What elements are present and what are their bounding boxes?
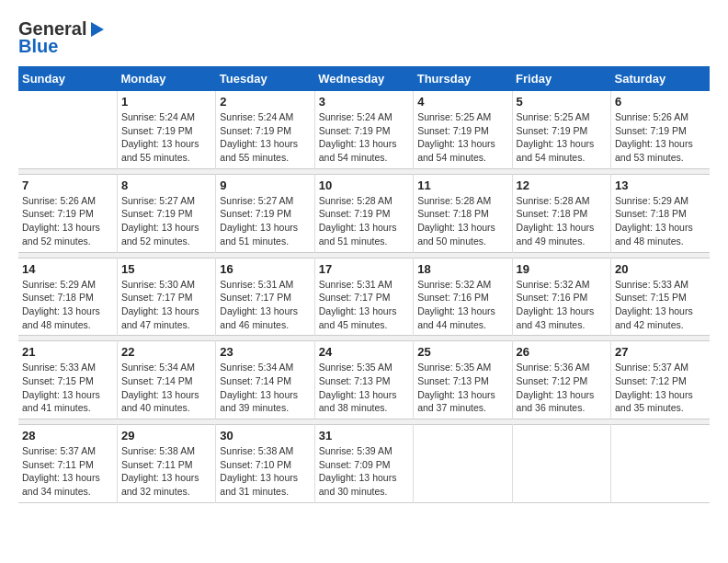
calendar-cell: 10Sunrise: 5:28 AMSunset: 7:19 PMDayligh… xyxy=(314,174,413,252)
calendar-cell: 1Sunrise: 5:24 AMSunset: 7:19 PMDaylight… xyxy=(117,91,215,168)
day-info: Sunrise: 5:33 AMSunset: 7:15 PMDaylight:… xyxy=(615,278,706,332)
calendar-cell: 21Sunrise: 5:33 AMSunset: 7:15 PMDayligh… xyxy=(18,341,117,419)
day-info: Sunrise: 5:34 AMSunset: 7:14 PMDaylight:… xyxy=(121,361,211,415)
calendar-cell: 4Sunrise: 5:25 AMSunset: 7:19 PMDaylight… xyxy=(414,91,512,168)
weekday-header-friday: Friday xyxy=(512,66,610,91)
calendar-cell: 8Sunrise: 5:27 AMSunset: 7:19 PMDaylight… xyxy=(117,174,215,252)
weekday-header-sunday: Sunday xyxy=(18,66,117,91)
day-info: Sunrise: 5:38 AMSunset: 7:11 PMDaylight:… xyxy=(121,444,211,499)
calendar-cell: 17Sunrise: 5:31 AMSunset: 7:17 PMDayligh… xyxy=(314,258,413,336)
calendar-cell xyxy=(512,425,610,503)
calendar-cell: 13Sunrise: 5:29 AMSunset: 7:18 PMDayligh… xyxy=(611,174,710,252)
calendar-week-row: 14Sunrise: 5:29 AMSunset: 7:18 PMDayligh… xyxy=(18,258,710,336)
day-info: Sunrise: 5:38 AMSunset: 7:10 PMDaylight:… xyxy=(220,444,310,499)
day-info: Sunrise: 5:29 AMSunset: 7:18 PMDaylight:… xyxy=(22,278,113,332)
day-info: Sunrise: 5:37 AMSunset: 7:11 PMDaylight:… xyxy=(22,444,113,499)
weekday-header-row: SundayMondayTuesdayWednesdayThursdayFrid… xyxy=(18,66,710,91)
day-number: 26 xyxy=(517,345,607,359)
weekday-header-thursday: Thursday xyxy=(414,66,512,91)
day-number: 31 xyxy=(319,429,409,442)
calendar-cell: 16Sunrise: 5:31 AMSunset: 7:17 PMDayligh… xyxy=(216,258,314,336)
calendar-cell: 27Sunrise: 5:37 AMSunset: 7:12 PMDayligh… xyxy=(611,341,710,419)
day-info: Sunrise: 5:34 AMSunset: 7:14 PMDaylight:… xyxy=(220,361,310,415)
calendar-cell: 12Sunrise: 5:28 AMSunset: 7:18 PMDayligh… xyxy=(512,174,610,252)
calendar-cell: 18Sunrise: 5:32 AMSunset: 7:16 PMDayligh… xyxy=(414,258,512,336)
day-info: Sunrise: 5:29 AMSunset: 7:18 PMDaylight:… xyxy=(615,194,706,248)
day-number: 11 xyxy=(417,178,507,192)
day-number: 8 xyxy=(121,178,211,192)
day-info: Sunrise: 5:31 AMSunset: 7:17 PMDaylight:… xyxy=(220,278,310,332)
day-info: Sunrise: 5:27 AMSunset: 7:19 PMDaylight:… xyxy=(121,194,211,248)
day-number: 28 xyxy=(22,429,113,442)
calendar-week-row: 1Sunrise: 5:24 AMSunset: 7:19 PMDaylight… xyxy=(18,91,710,168)
calendar-cell: 23Sunrise: 5:34 AMSunset: 7:14 PMDayligh… xyxy=(216,341,314,419)
day-number: 2 xyxy=(220,95,310,109)
day-number: 24 xyxy=(319,345,409,359)
day-info: Sunrise: 5:28 AMSunset: 7:18 PMDaylight:… xyxy=(417,194,507,248)
calendar-cell: 15Sunrise: 5:30 AMSunset: 7:17 PMDayligh… xyxy=(117,258,215,336)
calendar-cell: 26Sunrise: 5:36 AMSunset: 7:12 PMDayligh… xyxy=(512,341,610,419)
day-info: Sunrise: 5:37 AMSunset: 7:12 PMDaylight:… xyxy=(615,361,706,415)
day-info: Sunrise: 5:30 AMSunset: 7:17 PMDaylight:… xyxy=(121,278,211,332)
calendar-cell: 24Sunrise: 5:35 AMSunset: 7:13 PMDayligh… xyxy=(314,341,413,419)
day-number: 19 xyxy=(517,262,607,276)
day-info: Sunrise: 5:24 AMSunset: 7:19 PMDaylight:… xyxy=(121,110,211,165)
day-number: 7 xyxy=(22,178,113,192)
day-info: Sunrise: 5:26 AMSunset: 7:19 PMDaylight:… xyxy=(22,194,113,248)
day-number: 9 xyxy=(220,178,310,192)
calendar-cell: 29Sunrise: 5:38 AMSunset: 7:11 PMDayligh… xyxy=(117,425,215,503)
day-info: Sunrise: 5:32 AMSunset: 7:16 PMDaylight:… xyxy=(517,278,607,332)
weekday-header-wednesday: Wednesday xyxy=(314,66,413,91)
day-number: 30 xyxy=(220,429,310,442)
day-number: 4 xyxy=(417,95,507,109)
day-number: 1 xyxy=(121,95,211,109)
day-number: 3 xyxy=(319,95,409,109)
arrow-icon xyxy=(91,22,104,37)
calendar-cell: 20Sunrise: 5:33 AMSunset: 7:15 PMDayligh… xyxy=(611,258,710,336)
calendar-cell: 7Sunrise: 5:26 AMSunset: 7:19 PMDaylight… xyxy=(18,174,117,252)
day-number: 23 xyxy=(220,345,310,359)
calendar-header: SundayMondayTuesdayWednesdayThursdayFrid… xyxy=(18,66,710,91)
weekday-header-saturday: Saturday xyxy=(611,66,710,91)
calendar-week-row: 28Sunrise: 5:37 AMSunset: 7:11 PMDayligh… xyxy=(18,425,710,503)
calendar-cell: 19Sunrise: 5:32 AMSunset: 7:16 PMDayligh… xyxy=(512,258,610,336)
day-number: 15 xyxy=(121,262,211,276)
logo-blue-text: Blue xyxy=(18,36,58,57)
day-number: 12 xyxy=(517,178,607,192)
day-info: Sunrise: 5:33 AMSunset: 7:15 PMDaylight:… xyxy=(22,361,113,415)
day-number: 6 xyxy=(615,95,706,109)
calendar-cell: 2Sunrise: 5:24 AMSunset: 7:19 PMDaylight… xyxy=(216,91,314,168)
day-number: 13 xyxy=(615,178,706,192)
calendar-cell xyxy=(414,425,512,503)
weekday-header-tuesday: Tuesday xyxy=(216,66,314,91)
day-number: 10 xyxy=(319,178,409,192)
day-info: Sunrise: 5:24 AMSunset: 7:19 PMDaylight:… xyxy=(220,110,310,165)
day-number: 20 xyxy=(615,262,706,276)
weekday-header-monday: Monday xyxy=(117,66,215,91)
calendar-cell: 14Sunrise: 5:29 AMSunset: 7:18 PMDayligh… xyxy=(18,258,117,336)
day-info: Sunrise: 5:26 AMSunset: 7:19 PMDaylight:… xyxy=(615,110,706,165)
day-info: Sunrise: 5:28 AMSunset: 7:18 PMDaylight:… xyxy=(517,194,607,248)
calendar-table: SundayMondayTuesdayWednesdayThursdayFrid… xyxy=(18,66,710,503)
day-info: Sunrise: 5:39 AMSunset: 7:09 PMDaylight:… xyxy=(319,444,409,499)
day-info: Sunrise: 5:27 AMSunset: 7:19 PMDaylight:… xyxy=(220,194,310,248)
calendar-cell: 28Sunrise: 5:37 AMSunset: 7:11 PMDayligh… xyxy=(18,425,117,503)
day-info: Sunrise: 5:25 AMSunset: 7:19 PMDaylight:… xyxy=(417,110,507,165)
calendar-week-row: 21Sunrise: 5:33 AMSunset: 7:15 PMDayligh… xyxy=(18,341,710,419)
calendar-cell xyxy=(611,425,710,503)
day-number: 22 xyxy=(121,345,211,359)
day-info: Sunrise: 5:31 AMSunset: 7:17 PMDaylight:… xyxy=(319,278,409,332)
day-info: Sunrise: 5:25 AMSunset: 7:19 PMDaylight:… xyxy=(517,110,607,165)
day-number: 14 xyxy=(22,262,113,276)
day-number: 16 xyxy=(220,262,310,276)
calendar-cell: 22Sunrise: 5:34 AMSunset: 7:14 PMDayligh… xyxy=(117,341,215,419)
calendar-cell: 31Sunrise: 5:39 AMSunset: 7:09 PMDayligh… xyxy=(314,425,413,503)
logo: General Blue xyxy=(18,18,105,57)
day-info: Sunrise: 5:32 AMSunset: 7:16 PMDaylight:… xyxy=(417,278,507,332)
day-number: 17 xyxy=(319,262,409,276)
day-number: 5 xyxy=(517,95,607,109)
day-info: Sunrise: 5:24 AMSunset: 7:19 PMDaylight:… xyxy=(319,110,409,165)
calendar-cell: 3Sunrise: 5:24 AMSunset: 7:19 PMDaylight… xyxy=(314,91,413,168)
day-info: Sunrise: 5:35 AMSunset: 7:13 PMDaylight:… xyxy=(319,361,409,415)
calendar-cell: 30Sunrise: 5:38 AMSunset: 7:10 PMDayligh… xyxy=(216,425,314,503)
